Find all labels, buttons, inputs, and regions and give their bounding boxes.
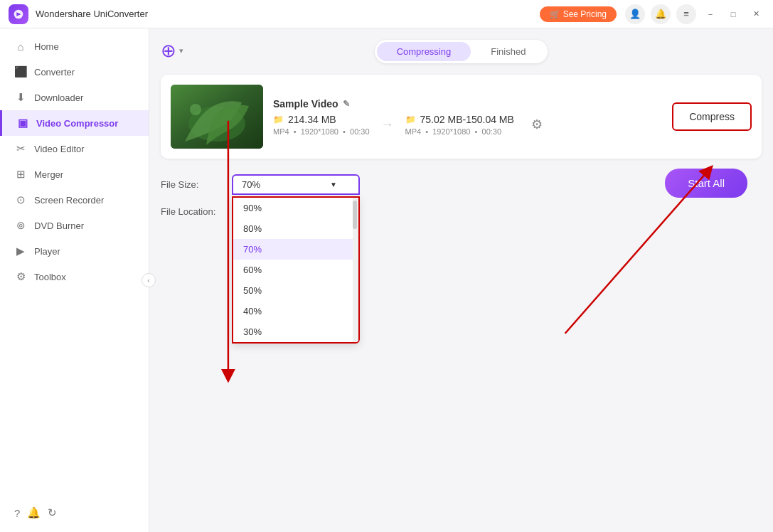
merger-icon: ⊞ <box>14 168 27 181</box>
sidebar-item-screen-recorder[interactable]: ⊙ Screen Recorder <box>0 187 149 213</box>
app-name: Wondershare UniConverter <box>36 9 540 19</box>
video-compressor-icon: ▣ <box>16 117 29 129</box>
app-logo <box>9 4 28 24</box>
sidebar-item-converter[interactable]: ⬛ Converter <box>0 59 149 85</box>
file-name-text: Sample Video <box>273 98 338 110</box>
settings-icon[interactable]: ⚙ <box>531 117 543 132</box>
original-meta: MP4 • 1920*1080 • 00:30 <box>273 127 370 136</box>
sidebar-item-downloader[interactable]: ⬇ Downloader <box>0 85 149 110</box>
add-file-button[interactable]: ⊕ ▾ <box>161 40 183 62</box>
sidebar-item-video-editor[interactable]: ✂ Video Editor <box>0 136 149 161</box>
tab-bar: Compressing Finished <box>161 40 762 63</box>
pricing-button[interactable]: 🛒 See Pricing <box>540 6 617 22</box>
target-meta: MP4 • 1920*1080 • 00:30 <box>405 127 514 136</box>
converter-icon: ⬛ <box>14 65 27 78</box>
tab-finished[interactable]: Finished <box>471 42 545 61</box>
help-icon[interactable]: ? <box>14 507 20 519</box>
compress-button[interactable]: Compress <box>672 102 752 131</box>
sidebar: ⌂ Home ⬛ Converter ⬇ Downloader ▣ Video … <box>0 28 149 532</box>
file-edit-icon[interactable]: ✎ <box>343 99 350 109</box>
close-button[interactable]: ✕ <box>747 6 764 23</box>
file-card: Sample Video ✎ 📁 214.34 MB MP4 • 1920*10… <box>161 75 762 159</box>
sidebar-collapse-button[interactable]: ‹ <box>142 273 156 287</box>
sidebar-label-video-editor: Video Editor <box>34 144 85 154</box>
dropdown-option-60[interactable]: 60% <box>233 260 358 280</box>
sidebar-item-toolbox[interactable]: ⚙ Toolbox <box>0 264 149 289</box>
tab-compressing[interactable]: Compressing <box>377 42 471 61</box>
add-label: ▾ <box>179 46 183 55</box>
target-size: 📁 75.02 MB-150.04 MB <box>405 114 514 125</box>
account-icon[interactable]: 👤 <box>625 4 645 24</box>
file-options: File Size: 70% ▼ 90% 80% 70% 60% 50% <box>161 174 360 219</box>
bottom-area: File Size: 70% ▼ 90% 80% 70% 60% 50% <box>161 174 762 219</box>
dropdown-option-30[interactable]: 30% <box>233 321 358 342</box>
notifications-icon[interactable]: 🔔 <box>651 4 671 24</box>
folder-icon-2: 📁 <box>405 115 416 124</box>
sidebar-label-video-compressor: Video Compressor <box>36 118 118 129</box>
dropdown-option-70[interactable]: 70% <box>233 239 358 260</box>
dropdown-option-90[interactable]: 90% <box>233 198 358 218</box>
dropdown-scrollbar[interactable] <box>353 198 358 342</box>
video-editor-icon: ✂ <box>14 142 27 155</box>
file-size-value: 70% <box>242 179 260 190</box>
folder-icon: 📁 <box>273 115 284 124</box>
tab-group: Compressing Finished <box>375 40 548 63</box>
sidebar-label-dvd-burner: DVD Burner <box>34 220 84 231</box>
sidebar-label-downloader: Downloader <box>34 92 83 103</box>
scrollbar-thumb <box>353 201 357 229</box>
player-icon: ▶ <box>14 245 27 257</box>
titlebar: Wondershare UniConverter 🛒 See Pricing 👤… <box>0 0 773 28</box>
sidebar-footer: ? 🔔 ↻ <box>0 499 149 526</box>
sidebar-label-converter: Converter <box>34 67 75 78</box>
screen-recorder-icon: ⊙ <box>14 193 27 206</box>
target-size-info: 📁 75.02 MB-150.04 MB MP4 • 1920*1080 • 0… <box>405 114 514 136</box>
maximize-button[interactable]: □ <box>725 6 742 23</box>
dvd-burner-icon: ⊚ <box>14 219 27 232</box>
titlebar-actions: 👤 🔔 ≡ − □ ✕ <box>625 4 764 24</box>
file-size-label: File Size: <box>161 179 225 190</box>
bell-icon[interactable]: 🔔 <box>27 506 41 519</box>
arrow-right-icon: → <box>381 117 394 132</box>
content-area: ⊕ ▾ Compressing Finished <box>149 28 773 532</box>
file-size-selected[interactable]: 70% ▼ <box>232 174 360 195</box>
sidebar-label-toolbox: Toolbox <box>34 272 66 282</box>
dropdown-option-80[interactable]: 80% <box>233 218 358 239</box>
sidebar-item-home[interactable]: ⌂ Home <box>0 34 149 59</box>
original-size: 📁 214.34 MB <box>273 114 370 125</box>
sidebar-item-dvd-burner[interactable]: ⊚ DVD Burner <box>0 213 149 238</box>
home-icon: ⌂ <box>14 41 27 53</box>
dropdown-option-50[interactable]: 50% <box>233 280 358 301</box>
file-info: Sample Video ✎ 📁 214.34 MB MP4 • 1920*10… <box>273 98 656 136</box>
file-size-dropdown: 90% 80% 70% 60% 50% 40% 30% <box>232 196 360 344</box>
sidebar-bottom: ? 🔔 ↻ <box>0 499 149 526</box>
start-all-button[interactable]: Start All <box>665 169 747 198</box>
file-name-row: Sample Video ✎ <box>273 98 656 110</box>
file-details: 📁 214.34 MB MP4 • 1920*1080 • 00:30 → <box>273 114 656 136</box>
thumbnail-image <box>171 85 263 149</box>
toolbox-icon: ⚙ <box>14 270 27 283</box>
dropdown-option-40[interactable]: 40% <box>233 301 358 321</box>
svg-point-3 <box>190 104 201 115</box>
sidebar-label-player: Player <box>34 246 60 257</box>
sidebar-item-video-compressor[interactable]: ▣ Video Compressor <box>0 110 149 136</box>
sidebar-label-merger: Merger <box>34 169 63 180</box>
sidebar-item-player[interactable]: ▶ Player <box>0 238 149 264</box>
file-thumbnail <box>171 85 263 149</box>
minimize-button[interactable]: − <box>702 6 719 23</box>
file-size-row: File Size: 70% ▼ 90% 80% 70% 60% 50% <box>161 174 360 195</box>
file-size-select-wrapper: 70% ▼ 90% 80% 70% 60% 50% 40% 30% <box>232 174 360 195</box>
sidebar-label-home: Home <box>34 41 59 52</box>
refresh-icon[interactable]: ↻ <box>48 506 57 519</box>
downloader-icon: ⬇ <box>14 91 27 104</box>
menu-icon[interactable]: ≡ <box>676 4 696 24</box>
original-size-info: 📁 214.34 MB MP4 • 1920*1080 • 00:30 <box>273 114 370 136</box>
add-icon: ⊕ <box>161 40 176 62</box>
main-layout: ⌂ Home ⬛ Converter ⬇ Downloader ▣ Video … <box>0 28 773 532</box>
file-location-label: File Location: <box>161 206 225 217</box>
sidebar-label-screen-recorder: Screen Recorder <box>34 195 104 206</box>
sidebar-item-merger[interactable]: ⊞ Merger <box>0 161 149 187</box>
chevron-down-icon: ▼ <box>330 181 337 188</box>
